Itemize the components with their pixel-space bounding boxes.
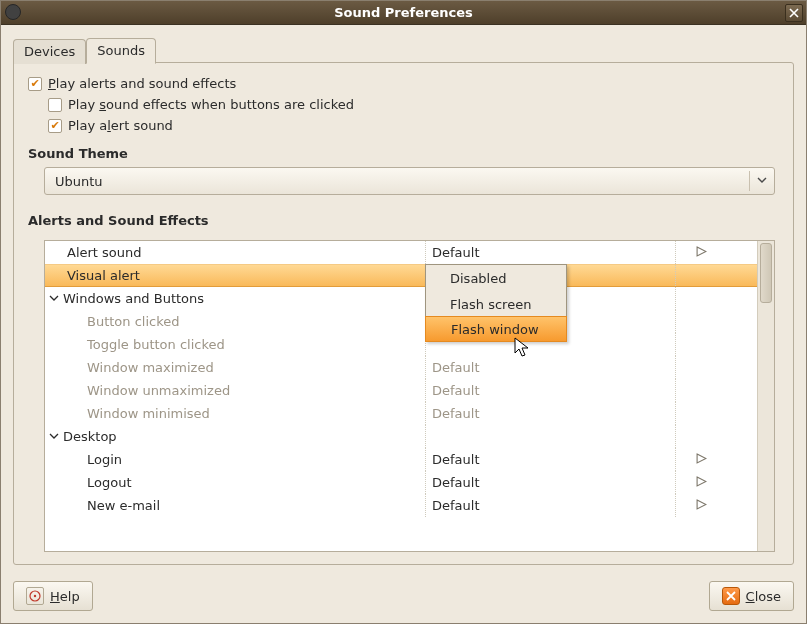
expander-icon[interactable]: [49, 291, 59, 306]
section-sound-theme: Sound Theme: [28, 146, 779, 161]
label-play-alert-sound: Play alert sound: [68, 118, 173, 133]
help-label: Help: [50, 589, 80, 604]
window-close-button[interactable]: [785, 4, 803, 22]
row-logout[interactable]: Logout Default: [45, 471, 757, 494]
help-icon: [26, 587, 44, 605]
row-visual-alert[interactable]: Visual alert: [45, 264, 757, 287]
tab-devices[interactable]: Devices: [13, 39, 86, 64]
close-icon: [789, 8, 799, 18]
visual-alert-dropdown[interactable]: Disabled Flash screen Flash window: [425, 264, 567, 342]
checkbox-play-alert-sound[interactable]: [48, 119, 62, 133]
help-button[interactable]: Help: [13, 581, 93, 611]
opt-play-alert-sound[interactable]: Play alert sound: [48, 118, 779, 133]
row-window-unmaximized[interactable]: Window unmaximized Default: [45, 379, 757, 402]
combo-value: Ubuntu: [55, 174, 743, 189]
play-icon[interactable]: [696, 245, 707, 260]
window-title: Sound Preferences: [334, 5, 473, 20]
play-icon[interactable]: [696, 498, 707, 513]
chevron-down-icon: [756, 174, 768, 189]
row-button-clicked[interactable]: Button clicked: [45, 310, 757, 333]
play-icon[interactable]: [696, 452, 707, 467]
app-icon: [5, 4, 21, 20]
list-inner: Alert sound Default Visual alert Windows…: [45, 241, 757, 551]
close-icon: [722, 587, 740, 605]
button-bar: Help Close: [1, 571, 806, 623]
sound-preferences-window: Sound Preferences Devices Sounds Play al…: [0, 0, 807, 624]
combo-separator: [749, 171, 750, 191]
close-label: Close: [746, 589, 781, 604]
label-play-alerts: Play alerts and sound effects: [48, 76, 236, 91]
titlebar[interactable]: Sound Preferences: [1, 1, 806, 25]
tab-sounds[interactable]: Sounds: [86, 38, 156, 64]
dropdown-item-flash-screen[interactable]: Flash screen: [426, 291, 566, 317]
label-play-click: Play sound effects when buttons are clic…: [68, 97, 354, 112]
row-desktop[interactable]: Desktop: [45, 425, 757, 448]
checkbox-play-alerts[interactable]: [28, 77, 42, 91]
row-window-maximized[interactable]: Window maximized Default: [45, 356, 757, 379]
row-new-email[interactable]: New e-mail Default: [45, 494, 757, 517]
opt-play-click[interactable]: Play sound effects when buttons are clic…: [48, 97, 779, 112]
play-icon[interactable]: [696, 475, 707, 490]
checkbox-play-click[interactable]: [48, 98, 62, 112]
close-button[interactable]: Close: [709, 581, 794, 611]
content-area: Devices Sounds Play alerts and sound eff…: [1, 25, 806, 571]
row-toggle-clicked[interactable]: Toggle button clicked: [45, 333, 757, 356]
dropdown-item-flash-window[interactable]: Flash window: [425, 316, 567, 342]
row-windows-buttons[interactable]: Windows and Buttons: [45, 287, 757, 310]
row-alert-sound[interactable]: Alert sound Default: [45, 241, 757, 264]
expander-icon[interactable]: [49, 429, 59, 444]
tab-panel-sounds: Play alerts and sound effects Play sound…: [13, 62, 794, 565]
svg-point-1: [34, 595, 36, 597]
alerts-effects-list: Alert sound Default Visual alert Windows…: [44, 240, 775, 552]
scrollbar[interactable]: [757, 241, 774, 551]
opt-play-alerts[interactable]: Play alerts and sound effects: [28, 76, 779, 91]
scrollbar-thumb[interactable]: [760, 243, 772, 303]
row-login[interactable]: Login Default: [45, 448, 757, 471]
dropdown-item-disabled[interactable]: Disabled: [426, 265, 566, 291]
combo-sound-theme[interactable]: Ubuntu: [44, 167, 775, 195]
section-alerts-effects: Alerts and Sound Effects: [28, 213, 779, 228]
row-window-minimised[interactable]: Window minimised Default: [45, 402, 757, 425]
tabstrip: Devices Sounds: [13, 35, 794, 63]
